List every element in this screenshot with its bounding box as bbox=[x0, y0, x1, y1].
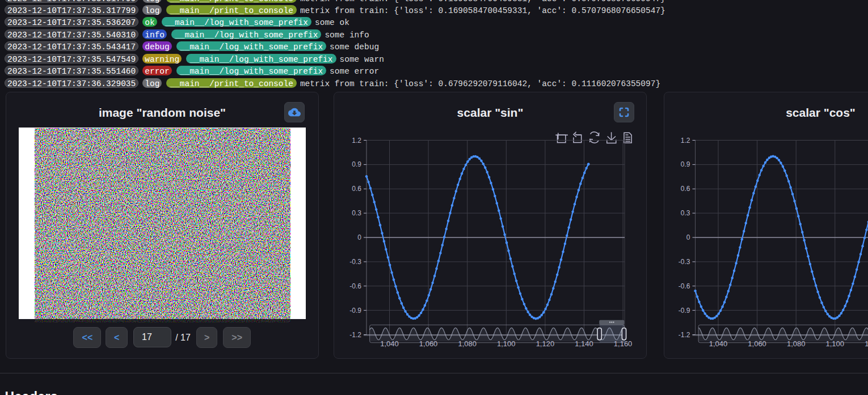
svg-text:-0.9: -0.9 bbox=[678, 306, 690, 314]
svg-text:1,120: 1,120 bbox=[536, 339, 555, 347]
svg-text:0.6: 0.6 bbox=[352, 185, 361, 193]
svg-text:0.6: 0.6 bbox=[680, 185, 690, 193]
svg-text:1,100: 1,100 bbox=[497, 339, 516, 347]
svg-text:-1.2: -1.2 bbox=[678, 330, 690, 338]
svg-text:1,100: 1,100 bbox=[825, 339, 844, 347]
svg-text:1,060: 1,060 bbox=[748, 339, 766, 347]
svg-text:-1.2: -1.2 bbox=[349, 330, 361, 338]
svg-text:-0.9: -0.9 bbox=[349, 306, 361, 314]
svg-text:1,160: 1,160 bbox=[614, 339, 633, 347]
svg-text:1,080: 1,080 bbox=[786, 339, 805, 347]
svg-text:1,140: 1,140 bbox=[575, 339, 593, 347]
svg-text:1,040: 1,040 bbox=[709, 339, 727, 347]
svg-text:1,080: 1,080 bbox=[458, 339, 477, 347]
svg-text:0.9: 0.9 bbox=[680, 160, 690, 168]
svg-text:-0.3: -0.3 bbox=[678, 257, 690, 265]
svg-text:0: 0 bbox=[357, 233, 361, 241]
svg-text:1,120: 1,120 bbox=[865, 339, 868, 347]
svg-text:1.2: 1.2 bbox=[680, 136, 690, 144]
svg-text:-0.3: -0.3 bbox=[349, 257, 361, 265]
svg-text:-0.6: -0.6 bbox=[349, 282, 361, 290]
svg-text:-0.6: -0.6 bbox=[678, 282, 690, 290]
svg-text:1.2: 1.2 bbox=[352, 136, 361, 144]
svg-text:0.3: 0.3 bbox=[352, 209, 361, 217]
svg-text:1,040: 1,040 bbox=[380, 339, 399, 347]
svg-text:0.9: 0.9 bbox=[352, 160, 361, 168]
svg-text:1,060: 1,060 bbox=[419, 339, 438, 347]
svg-text:0: 0 bbox=[686, 233, 690, 241]
svg-text:0.3: 0.3 bbox=[680, 209, 690, 217]
